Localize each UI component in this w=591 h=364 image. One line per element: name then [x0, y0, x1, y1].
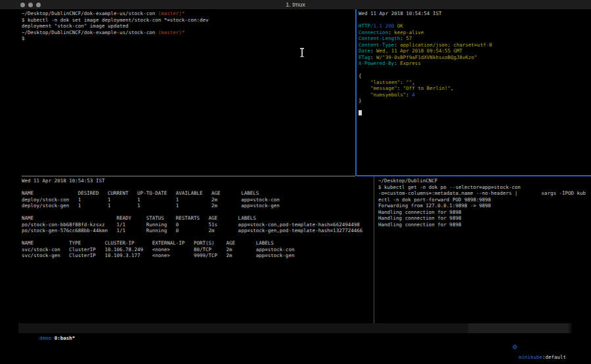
- terminal-line: ~/Desktop/DublinCNCF/dok-example-us/stoc…: [22, 30, 208, 36]
- terminal-line: Handling connection for 9898: [378, 215, 586, 222]
- kube-context: minikube: [519, 354, 542, 360]
- terminal-line: [359, 67, 492, 73]
- terminal-line: Date: Wed, 11 Apr 2018 09:54:55 GMT: [359, 48, 492, 54]
- terminal-line: ectl -n dok port-forward POD 9898:9898: [378, 197, 586, 203]
- terminal-line: -o=custom-columns=:metadata.name --no-he…: [378, 190, 586, 197]
- terminal-line: po/stock-gen-576cc688bb-44kmn 1/1 Runnin…: [22, 228, 362, 234]
- terminal-block-cursor: [359, 110, 362, 115]
- terminal-line: Content-Length: 57: [359, 35, 492, 42]
- terminal-line: deployment "stock-con" image updated: [22, 23, 208, 30]
- terminal-line: Handling connection for 9898: [378, 222, 586, 228]
- terminal-line: NAME READY STATUS RESTARTS AGE LABELS: [22, 215, 362, 222]
- terminal-line: deploy/stock-gen 1 1 1 1 2m app=stock-ge…: [22, 203, 362, 209]
- terminal-line: ETag: W/"39-0xBPf9aF1dXVNkhsxoBQgJ8vKzo": [359, 54, 492, 61]
- tmux-pane-http-response[interactable]: Wed 11 Apr 2018 10:54:54 IST HTTP/1.1 20…: [359, 10, 492, 104]
- terminal-line: Wed 11 Apr 2018 10:54:54 IST: [359, 10, 492, 17]
- terminal-line: X-Powered-By: Express: [359, 60, 492, 67]
- terminal-line: NAME TYPE CLUSTER-IP EXTERNAL-IP PORT(S)…: [22, 240, 362, 247]
- window-title-bar[interactable]: 1. tmux: [0, 0, 591, 9]
- terminal-line: "message": "Off to Berlin!",: [359, 85, 492, 92]
- terminal-line: $ kubectl get -n dok po --selector=app=s…: [378, 184, 586, 191]
- terminal-line: Content-Type: application/json; charset=…: [359, 42, 492, 49]
- terminal-line: [22, 184, 362, 191]
- terminal-line: ~/Desktop/DublinCNCF/dok-example-us/stoc…: [22, 10, 208, 17]
- terminal-line: Forwarding from 127.0.0.1:9898 -> 9898: [378, 203, 586, 209]
- terminal-line: svc/stock-con ClusterIP 10.106.78.249 <n…: [22, 247, 362, 253]
- kubernetes-helm-icon: [489, 333, 517, 363]
- kube-status-chip: minikube:default: [468, 323, 569, 333]
- pane-divider-horizontal-right[interactable]: [357, 175, 591, 176]
- terminal-line: deploy/stock-con 1 1 1 1 2m app=stock-co…: [22, 197, 362, 203]
- terminal-line: $ kubectl -n dok set image deployment/st…: [22, 17, 208, 24]
- session-name: demo: [39, 335, 51, 341]
- terminal-line: Handling connection for 9898: [378, 209, 586, 216]
- terminal-line: po/stock-con-bb68f88fd-kzsxz 1/1 Running…: [22, 222, 362, 228]
- terminal-line: [22, 234, 362, 241]
- terminal-line: "lastseen": "",: [359, 79, 492, 86]
- tmux-pane-port-forward[interactable]: ~/Desktop/DublinCNCF$ kubectl get -n dok…: [378, 178, 586, 228]
- terminal-line: }: [359, 98, 492, 104]
- terminal-line: HTTP/1.1 200 OK: [359, 23, 492, 30]
- terminal-line: Connection: keep-alive: [359, 30, 492, 36]
- terminal-line: NAME DESIRED CURRENT UP-TO-DATE AVAILABL…: [22, 190, 362, 197]
- terminal-line: "numsymbols": 4: [359, 92, 492, 98]
- pane-divider-horizontal-left[interactable]: [22, 176, 355, 176]
- terminal-line: [359, 17, 492, 24]
- tmux-pane-shell-set-image[interactable]: ~/Desktop/DublinCNCF/dok-example-us/stoc…: [22, 10, 208, 42]
- window-label[interactable]: 0:bash*: [55, 335, 76, 341]
- terminal-line: $: [22, 35, 208, 42]
- window-title: 1. tmux: [0, 0, 591, 9]
- pane-divider-vertical-top[interactable]: [355, 9, 357, 176]
- kube-namespace: :default: [542, 354, 566, 360]
- terminal-window: 1. tmux ~/Desktop/DublinCNCF/dok-example…: [0, 0, 591, 364]
- terminal-line: svc/stock-gen ClusterIP 10.109.3.177 <no…: [22, 253, 362, 259]
- terminal-line: Wed 11 Apr 2018 10:54:53 IST: [22, 178, 362, 184]
- tmux-status-bar: demo 0:bash* minikube:default: [18, 323, 571, 333]
- terminal-line: [22, 209, 362, 216]
- terminal-line: {: [359, 73, 492, 79]
- tmux-pane-kubectl-get[interactable]: Wed 11 Apr 2018 10:54:53 IST NAME DESIRE…: [22, 178, 362, 259]
- terminal-line: ~/Desktop/DublinCNCF: [378, 178, 586, 184]
- pane-divider-vertical-bottom[interactable]: [374, 176, 374, 333]
- ibeam-mouse-cursor: [299, 48, 305, 57]
